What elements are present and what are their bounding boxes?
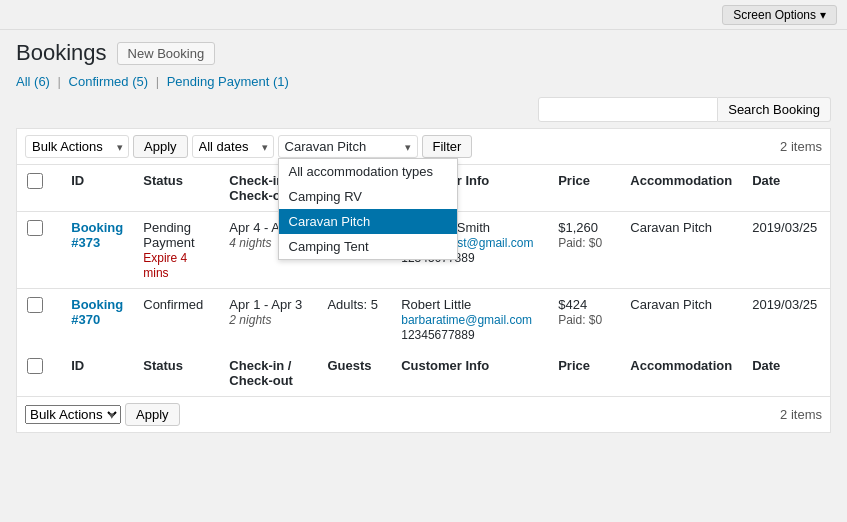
row-status: Confirmed xyxy=(133,289,219,351)
accommodation-dropdown-wrap: Caravan Pitch All accommodation types Ca… xyxy=(278,135,418,158)
page-title-row: Bookings New Booking xyxy=(16,40,831,66)
all-dates-wrap: All dates xyxy=(192,135,274,158)
row-date: 2019/03/25 xyxy=(742,289,830,351)
filter-links: All (6) | Confirmed (5) | Pending Paymen… xyxy=(16,74,831,89)
tf-customer: Customer Info xyxy=(391,350,548,397)
row-id: Booking #373 xyxy=(61,212,133,289)
filter-all-link[interactable]: All (6) xyxy=(16,74,50,89)
row-price: $424 Paid: $0 xyxy=(548,289,620,351)
th-accommodation: Accommodation xyxy=(620,165,742,212)
row-guests: Adults: 5 xyxy=(317,289,391,351)
accommodation-dropdown-menu: All accommodation types Camping RV Carav… xyxy=(278,158,458,260)
th-id: ID xyxy=(61,165,133,212)
row-checkbox xyxy=(17,212,62,289)
items-count-bottom: 2 items xyxy=(780,407,822,422)
th-status: Status xyxy=(133,165,219,212)
th-id-link[interactable]: ID xyxy=(71,173,84,188)
nights-text-0: 4 nights xyxy=(229,236,271,250)
price-text-0: $1,260 xyxy=(558,220,598,235)
tf-price: Price xyxy=(548,350,620,397)
row-checkbox-0[interactable] xyxy=(27,220,43,236)
top-toolbar: Bulk Actions Apply All dates Caravan Pit… xyxy=(16,128,831,164)
row-date: 2019/03/25 xyxy=(742,212,830,289)
apply-button-bottom[interactable]: Apply xyxy=(125,403,180,426)
th-price: Price xyxy=(548,165,620,212)
row-price: $1,260 Paid: $0 xyxy=(548,212,620,289)
bulk-actions-select-bottom[interactable]: Bulk Actions xyxy=(25,405,121,424)
sep2: | xyxy=(156,74,159,89)
apply-button-top[interactable]: Apply xyxy=(133,135,188,158)
bulk-actions-bottom-wrap: Bulk Actions xyxy=(25,405,121,424)
status-text-1: Confirmed xyxy=(143,297,203,312)
accommodation-dropdown-trigger[interactable]: Caravan Pitch xyxy=(278,135,418,158)
table-footer-row: ID Status Check-in / Check-out Guests Cu… xyxy=(17,350,831,397)
dropdown-item-camping-tent[interactable]: Camping Tent xyxy=(279,234,457,259)
sep1: | xyxy=(58,74,61,89)
row-checkbox-1[interactable] xyxy=(27,297,43,313)
screen-options-bar: Screen Options ▾ xyxy=(0,0,847,30)
screen-options-chevron: ▾ xyxy=(820,8,826,22)
filter-button[interactable]: Filter xyxy=(422,135,473,158)
filter-confirmed-link[interactable]: Confirmed (5) xyxy=(69,74,148,89)
paid-text-0: Paid: $0 xyxy=(558,236,602,250)
tf-checkin: Check-in / Check-out xyxy=(219,350,317,397)
th-date: Date xyxy=(742,165,830,212)
booking-link-1[interactable]: Booking #370 xyxy=(71,297,123,327)
screen-options-button[interactable]: Screen Options ▾ xyxy=(722,5,837,25)
tf-checkbox xyxy=(17,350,62,397)
main-content: Bookings New Booking All (6) | Confirmed… xyxy=(0,30,847,443)
th-checkbox xyxy=(17,165,62,212)
new-booking-button[interactable]: New Booking xyxy=(117,42,216,65)
booking-link-0[interactable]: Booking #373 xyxy=(71,220,123,250)
screen-options-label: Screen Options xyxy=(733,8,816,22)
customer-email-1[interactable]: barbaratime@gmail.com xyxy=(401,313,532,327)
tf-date: Date xyxy=(742,350,830,397)
table-row: Booking #370 Confirmed Apr 1 - Apr 3 2 n… xyxy=(17,289,831,351)
search-row: Search Booking xyxy=(16,97,831,122)
search-input[interactable] xyxy=(538,97,718,122)
row-checkin: Apr 1 - Apr 3 2 nights xyxy=(219,289,317,351)
row-customer: Robert Little barbaratime@gmail.com 1234… xyxy=(391,289,548,351)
customer-phone-1: 12345677889 xyxy=(401,328,474,342)
row-id: Booking #370 xyxy=(61,289,133,351)
bulk-actions-wrap: Bulk Actions xyxy=(25,135,129,158)
paid-text-1: Paid: $0 xyxy=(558,313,602,327)
row-checkbox xyxy=(17,289,62,351)
select-all-checkbox-bottom[interactable] xyxy=(27,358,43,374)
customer-name-1: Robert Little xyxy=(401,297,471,312)
tf-id-link[interactable]: ID xyxy=(71,358,84,373)
tf-accommodation: Accommodation xyxy=(620,350,742,397)
row-accommodation: Caravan Pitch xyxy=(620,212,742,289)
status-text-0: Pending Payment xyxy=(143,220,194,250)
page-title: Bookings xyxy=(16,40,107,66)
dropdown-item-camping-rv[interactable]: Camping RV xyxy=(279,184,457,209)
select-all-checkbox[interactable] xyxy=(27,173,43,189)
all-dates-select[interactable]: All dates xyxy=(192,135,274,158)
filter-pending-link[interactable]: Pending Payment (1) xyxy=(167,74,289,89)
row-accommodation: Caravan Pitch xyxy=(620,289,742,351)
search-booking-button[interactable]: Search Booking xyxy=(718,97,831,122)
expire-text-0: Expire 4 mins xyxy=(143,251,187,280)
bottom-toolbar: Bulk Actions Apply 2 items xyxy=(16,397,831,433)
price-text-1: $424 xyxy=(558,297,587,312)
items-count-top: 2 items xyxy=(780,139,822,154)
tf-status: Status xyxy=(133,350,219,397)
tf-guests: Guests xyxy=(317,350,391,397)
bulk-actions-select[interactable]: Bulk Actions xyxy=(25,135,129,158)
dropdown-item-caravan-pitch[interactable]: Caravan Pitch xyxy=(279,209,457,234)
nights-text-1: 2 nights xyxy=(229,313,271,327)
row-status: Pending Payment Expire 4 mins xyxy=(133,212,219,289)
tf-id: ID xyxy=(61,350,133,397)
dropdown-item-all[interactable]: All accommodation types xyxy=(279,159,457,184)
